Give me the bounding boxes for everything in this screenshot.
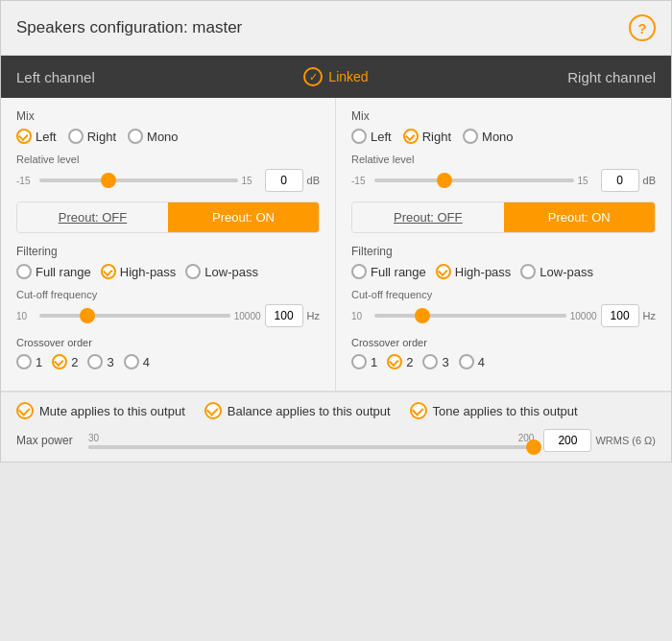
right-slider-min: -15 [351, 176, 371, 186]
right-order-3[interactable]: 3 [422, 354, 448, 369]
balance-checkbox[interactable]: Balance applies to this output [204, 402, 391, 419]
right-filter-highpass[interactable]: High-pass [436, 264, 512, 279]
left-filter-highpass-label: High-pass [120, 265, 177, 279]
left-filtering-label: Filtering [16, 245, 320, 258]
right-filtering-label: Filtering [351, 245, 656, 258]
left-cutoff-label: Cut-off frequency [16, 289, 320, 300]
balance-check-icon[interactable] [204, 402, 222, 419]
right-order-3-radio[interactable] [422, 354, 438, 369]
power-slider-thumb[interactable] [526, 439, 541, 455]
tone-check-icon[interactable] [410, 402, 427, 419]
left-level-input[interactable] [265, 169, 303, 192]
tone-checkbox[interactable]: Tone applies to this output [410, 402, 578, 419]
left-filter-fullrange[interactable]: Full range [16, 264, 91, 279]
left-relative-level-label: Relative level [16, 154, 320, 165]
left-channel-panel: Mix Left Right Mono Relative level -15 [1, 98, 336, 391]
channels-container: Mix Left Right Mono Relative level -15 [1, 98, 671, 391]
left-mix-right-radio[interactable] [68, 129, 84, 144]
left-preout-row: Preout: OFF Preout: ON [16, 202, 320, 233]
right-channel-panel: Mix Left Right Mono Relative level -15 [336, 98, 671, 391]
left-preout-on-button[interactable]: Preout: ON [168, 202, 319, 232]
right-level-input[interactable] [601, 169, 639, 192]
left-order-2-label: 2 [71, 355, 78, 369]
mute-checkbox[interactable]: Mute applies to this output [16, 402, 185, 419]
left-mix-mono[interactable]: Mono [128, 129, 179, 144]
left-cutoff-min: 10 [16, 311, 36, 321]
right-mix-mono[interactable]: Mono [463, 129, 514, 144]
right-filter-lowpass[interactable]: Low-pass [520, 264, 593, 279]
left-mix-right[interactable]: Right [68, 129, 116, 144]
linked-label: Linked [328, 69, 368, 84]
right-order-2-radio[interactable] [387, 354, 402, 369]
left-mix-group: Left Right Mono [16, 129, 320, 144]
left-filter-lowpass-radio[interactable] [185, 264, 201, 279]
left-order-4-radio[interactable] [124, 354, 139, 369]
right-crossover-label: Crossover order [351, 337, 656, 348]
right-mix-right-radio[interactable] [403, 129, 419, 144]
left-level-unit: dB [307, 175, 320, 186]
right-mix-mono-radio[interactable] [463, 129, 478, 144]
left-filter-highpass[interactable]: High-pass [101, 264, 177, 279]
right-cutoff-input[interactable] [601, 304, 639, 327]
channel-header: Left channel ✓ Linked Right channel [1, 56, 671, 98]
left-cutoff-max: 10000 [234, 311, 261, 321]
right-mix-right[interactable]: Right [403, 129, 451, 144]
left-filter-fullrange-radio[interactable] [16, 264, 32, 279]
right-slider-max: 15 [578, 176, 597, 186]
balance-label: Balance applies to this output [228, 404, 391, 418]
left-order-1[interactable]: 1 [16, 354, 42, 369]
help-button[interactable]: ? [629, 14, 656, 41]
right-level-slider[interactable] [374, 178, 574, 182]
right-filter-lowpass-radio[interactable] [520, 264, 536, 279]
right-order-1[interactable]: 1 [351, 354, 377, 369]
right-order-4-radio[interactable] [459, 354, 474, 369]
right-filter-highpass-radio[interactable] [436, 264, 451, 279]
left-order-4-label: 4 [143, 355, 150, 369]
left-filter-lowpass[interactable]: Low-pass [185, 264, 258, 279]
right-order-2[interactable]: 2 [387, 354, 413, 369]
left-filter-lowpass-label: Low-pass [204, 265, 258, 279]
right-filter-group: Full range High-pass Low-pass [351, 264, 656, 279]
right-mix-mono-label: Mono [482, 130, 514, 144]
right-preout-on-button[interactable]: Preout: ON [504, 202, 656, 232]
right-mix-left-radio[interactable] [351, 129, 367, 144]
left-order-1-label: 1 [36, 355, 42, 369]
left-order-1-radio[interactable] [16, 354, 32, 369]
left-order-4[interactable]: 4 [124, 354, 150, 369]
left-preout-off-button[interactable]: Preout: OFF [17, 202, 168, 232]
right-order-4[interactable]: 4 [459, 354, 485, 369]
left-mix-left-radio[interactable] [16, 129, 32, 144]
right-mix-left[interactable]: Left [351, 129, 392, 144]
left-slider-max: 15 [242, 176, 261, 186]
right-cutoff-slider[interactable] [374, 314, 566, 318]
left-order-2[interactable]: 2 [52, 354, 78, 369]
left-cutoff-slider[interactable] [39, 314, 230, 318]
right-filter-fullrange[interactable]: Full range [351, 264, 426, 279]
left-order-3-radio[interactable] [87, 354, 103, 369]
left-mix-mono-radio[interactable] [128, 129, 143, 144]
left-cutoff-input[interactable] [265, 304, 303, 327]
left-order-group: 1 2 3 4 [16, 354, 320, 369]
left-order-3[interactable]: 3 [87, 354, 113, 369]
tone-label: Tone applies to this output [433, 404, 578, 418]
left-filter-highpass-radio[interactable] [101, 264, 116, 279]
left-level-slider[interactable] [39, 178, 238, 182]
left-order-3-label: 3 [107, 355, 113, 369]
right-level-unit: dB [643, 175, 656, 186]
right-relative-level-label: Relative level [351, 154, 656, 165]
left-mix-left[interactable]: Left [16, 129, 57, 144]
right-cutoff-label: Cut-off frequency [351, 289, 656, 300]
power-slider[interactable] [88, 445, 534, 449]
bottom-bar: Mute applies to this output Balance appl… [1, 392, 671, 462]
right-order-2-label: 2 [406, 355, 413, 369]
right-filter-fullrange-radio[interactable] [351, 264, 367, 279]
power-input[interactable] [543, 429, 591, 452]
mute-check-icon[interactable] [16, 402, 34, 419]
max-power-label: Max power [16, 434, 79, 447]
right-order-1-radio[interactable] [351, 354, 367, 369]
right-cutoff-max: 10000 [570, 311, 597, 321]
right-preout-off-button[interactable]: Preout: OFF [352, 202, 504, 232]
left-order-2-radio[interactable] [52, 354, 67, 369]
window-title: Speakers configuration: master [16, 18, 242, 37]
right-filter-lowpass-label: Low-pass [540, 265, 593, 279]
